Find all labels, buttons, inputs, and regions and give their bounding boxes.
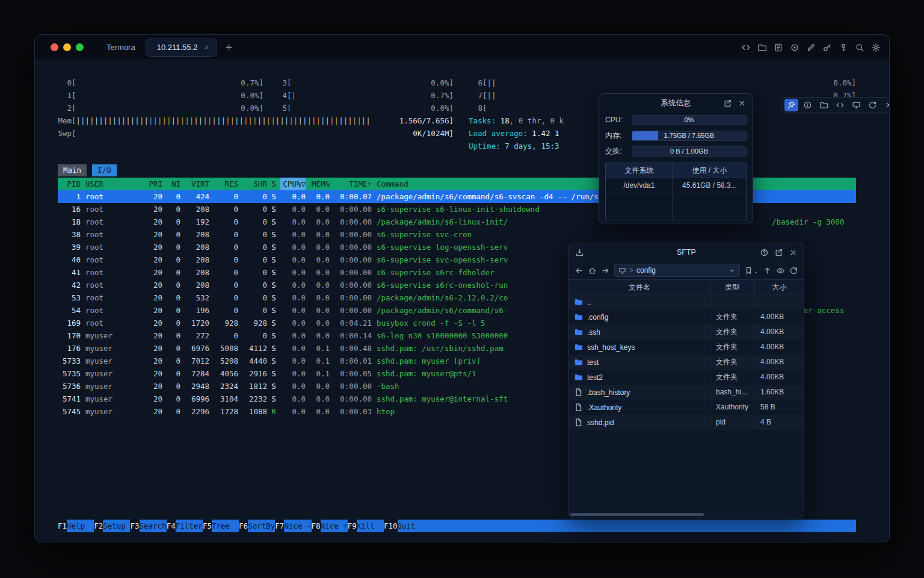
fkey-f10[interactable]: F10 xyxy=(384,520,398,532)
fkey-f4[interactable]: F4 xyxy=(167,520,176,532)
path-separator: > xyxy=(629,266,633,275)
fkey-f6[interactable]: F6 xyxy=(239,520,248,532)
column-header-size[interactable]: 大小 xyxy=(755,280,804,294)
column-header-ni[interactable]: NI xyxy=(162,178,180,190)
column-header-name[interactable]: 文件名 xyxy=(569,280,710,294)
fkey-f3[interactable]: F3 xyxy=(130,520,139,532)
help-icon[interactable] xyxy=(760,248,769,257)
folder-icon[interactable] xyxy=(757,43,767,52)
record-icon[interactable] xyxy=(790,43,799,52)
column-header-cpu[interactable]: CPU%▽ xyxy=(280,178,306,190)
column-header-virt[interactable]: VIRT xyxy=(180,178,209,190)
chevron-down-icon[interactable] xyxy=(728,267,736,275)
back-icon[interactable] xyxy=(574,266,584,275)
tab-ssh-host[interactable]: 10.211.55.2 xyxy=(146,39,218,57)
transfers-icon[interactable] xyxy=(575,248,584,257)
info-icon[interactable] xyxy=(801,99,815,111)
file-row[interactable]: .XauthorityXauthority58 B xyxy=(569,400,804,415)
code-icon[interactable] xyxy=(833,99,847,111)
fkey-label-nice[interactable]: Nice - xyxy=(284,520,311,532)
close-tab-icon[interactable] xyxy=(203,44,210,51)
forward-icon[interactable] xyxy=(601,266,610,275)
pin-icon[interactable] xyxy=(784,99,798,111)
cell-virt: 196 xyxy=(180,304,209,317)
monitor-icon[interactable] xyxy=(849,99,863,111)
fkey-f2[interactable]: F2 xyxy=(94,520,103,532)
cell-cpu: 0.0 xyxy=(280,342,306,355)
close-panel-icon[interactable] xyxy=(738,99,747,108)
keymap-icon[interactable] xyxy=(839,43,848,52)
fkey-label-filter[interactable]: Filter xyxy=(176,520,203,532)
key-icon[interactable] xyxy=(822,43,832,52)
meter-5: 5[0.0%] xyxy=(273,102,454,114)
column-header-res[interactable]: RES xyxy=(209,178,238,190)
settings-icon[interactable] xyxy=(871,43,881,52)
column-header-s[interactable]: S xyxy=(267,178,280,190)
column-header-user[interactable]: USER xyxy=(81,178,138,190)
column-header-shr[interactable]: SHR xyxy=(238,178,267,190)
file-type: pid xyxy=(710,415,755,430)
log-icon[interactable] xyxy=(774,43,783,52)
stat-uptime-: Uptime: 7 days, 15:3 xyxy=(469,140,559,152)
cell-res: 0 xyxy=(209,279,238,291)
fkey-f7[interactable]: F7 xyxy=(275,520,284,532)
horizontal-scrollbar[interactable] xyxy=(569,512,804,518)
tab-termora-home[interactable]: Termora xyxy=(96,39,142,57)
cell-virt: 532 xyxy=(180,291,209,304)
usage-row: 交换:0 B / 1.00GB xyxy=(599,143,753,159)
file-row[interactable]: .ssh文件夹4.00KB xyxy=(569,325,804,340)
file-row[interactable]: test文件夹4.00KB xyxy=(569,355,804,370)
search-icon[interactable] xyxy=(855,43,864,52)
scrollbar-thumb[interactable] xyxy=(570,513,704,516)
fkey-f5[interactable]: F5 xyxy=(203,520,212,532)
fkey-label-quit[interactable]: Quit xyxy=(398,520,425,532)
fkey-label-setup[interactable]: Setup xyxy=(103,520,130,532)
htop-tab-io[interactable]: I/O xyxy=(92,164,117,176)
show-hidden-files-icon[interactable] xyxy=(776,266,785,275)
edit-icon[interactable] xyxy=(806,43,816,52)
path-breadcrumb[interactable]: > config xyxy=(614,264,740,277)
minimize-window-button[interactable] xyxy=(63,43,71,51)
code-icon[interactable] xyxy=(741,43,751,52)
htop-tab-main[interactable]: Main xyxy=(58,164,87,176)
parent-directory-icon[interactable] xyxy=(763,266,772,275)
file-row[interactable]: test2文件夹4.00KB xyxy=(569,370,804,385)
close-icon[interactable] xyxy=(882,99,890,111)
file-row[interactable]: ssh_host_keys文件夹4.00KB xyxy=(569,340,804,355)
column-header-pri[interactable]: PRI xyxy=(138,178,162,190)
close-sftp-icon[interactable] xyxy=(789,248,798,257)
fkey-f1[interactable]: F1 xyxy=(58,520,67,532)
cell-pid: 53 xyxy=(58,291,81,304)
new-tab-button[interactable] xyxy=(224,43,233,52)
file-row[interactable]: .config文件夹4.00KB xyxy=(569,309,804,325)
column-header-type[interactable]: 类型 xyxy=(710,280,755,294)
column-header-pid[interactable]: PID xyxy=(58,178,81,190)
fkey-label-tree[interactable]: Tree xyxy=(212,520,239,532)
file-row[interactable]: .. xyxy=(569,294,804,309)
open-in-new-window-icon[interactable] xyxy=(774,248,783,257)
fkey-label-kill[interactable]: Kill xyxy=(357,520,384,532)
fkey-label-search[interactable]: Search xyxy=(140,520,167,532)
fkey-f8[interactable]: F8 xyxy=(312,520,321,532)
close-window-button[interactable] xyxy=(51,43,58,51)
bookmark-icon[interactable] xyxy=(744,266,759,275)
column-header-time[interactable]: TIME+ xyxy=(330,178,372,190)
fkey-label-nice[interactable]: Nice + xyxy=(321,520,348,532)
fs-name: /dev/vda1 xyxy=(606,178,673,193)
cell-user: root xyxy=(81,279,138,291)
home-directory-icon[interactable] xyxy=(588,266,597,275)
refresh-icon[interactable] xyxy=(789,266,798,275)
cell-ni: 0 xyxy=(162,190,180,203)
zoom-window-button[interactable] xyxy=(76,43,84,51)
fkey-label-sortby[interactable]: SortBy xyxy=(248,520,275,532)
fkey-label-help[interactable]: Help xyxy=(67,520,94,532)
refresh-icon[interactable] xyxy=(866,99,879,111)
folder-icon[interactable] xyxy=(817,99,831,111)
file-row[interactable]: sshd.pidpid4 B xyxy=(569,415,804,430)
open-in-new-window-icon[interactable] xyxy=(723,99,732,108)
cell-mem: 0.0 xyxy=(306,228,330,241)
column-header-mem[interactable]: MEM% xyxy=(306,178,330,190)
fkey-f9[interactable]: F9 xyxy=(348,520,357,532)
process-row[interactable]: 38root20020800S0.00.00:00.00s6-supervise… xyxy=(58,228,856,241)
file-row[interactable]: .bash_historybash_hi...1.60KB xyxy=(569,385,804,400)
